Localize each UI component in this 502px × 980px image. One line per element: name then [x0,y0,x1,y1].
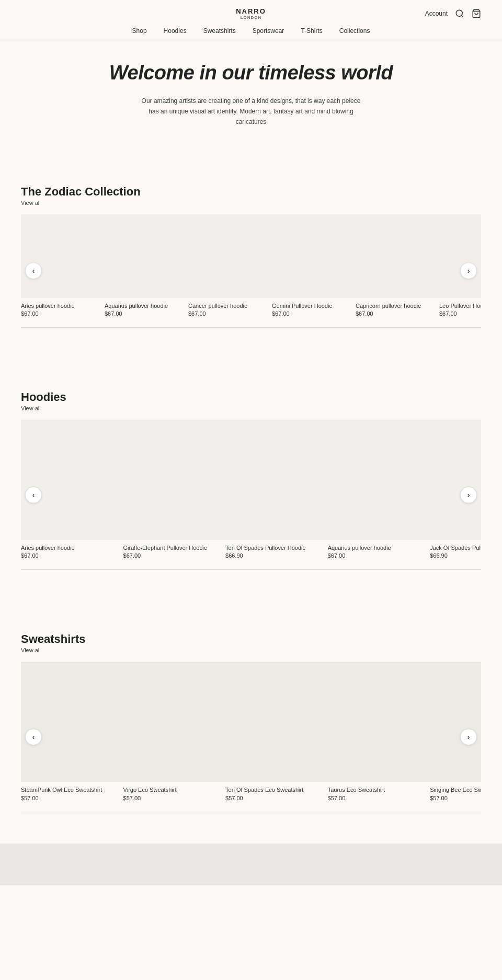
hoodies-header: Hoodies View all [21,390,481,411]
product-image [21,662,123,782]
search-button[interactable] [455,9,464,18]
nav-sweatshirts[interactable]: Sweatshirts [203,27,236,34]
chevron-left-icon: ‹ [32,491,35,499]
footer [0,844,502,885]
zodiac-track: Aries pullover hoodie $67.00 Aquarius pu… [21,214,481,317]
svg-line-1 [461,15,463,17]
sweatshirts-carousel: ‹ SteamPunk Owl Eco Sweatshirt $57.00 Vi… [21,662,481,812]
product-price: $57.00 [123,795,226,801]
product-image [356,214,439,298]
product-price: $67.00 [21,310,105,317]
product-image [225,420,328,540]
sweatshirts-section: Sweatshirts View all ‹ SteamPunk Owl Eco… [0,632,502,812]
product-price: $67.00 [21,552,123,559]
product-name: Gemini Pullover Hoodie [272,302,356,309]
logo: NARRO LONDON [236,7,266,20]
product-name: Capricorn pullover hoodie [356,302,439,309]
nav-tshirts[interactable]: T-Shirts [301,27,322,34]
hoodies-product-3: Ten Of Spades Pullover Hoodie $66.90 [225,420,328,559]
product-price: $57.00 [21,795,123,801]
product-image [123,420,226,540]
product-price: $67.00 [439,310,481,317]
sweatshirts-track: SteamPunk Owl Eco Sweatshirt $57.00 Virg… [21,662,481,801]
product-image [21,420,123,540]
product-price: $67.00 [188,310,272,317]
product-price: $67.00 [328,552,430,559]
product-name: Aquarius pullover hoodie [105,302,188,309]
nav-collections[interactable]: Collections [339,27,370,34]
product-image [272,214,356,298]
sweatshirts-product-3: Ten Of Spades Eco Sweatshirt $57.00 [225,662,328,801]
zodiac-view-all[interactable]: View all [21,200,481,206]
product-name: Aries pullover hoodie [21,302,105,309]
chevron-left-icon: ‹ [32,267,35,275]
hoodies-track: Aries pullover hoodie $67.00 Giraffe-Ele… [21,420,481,559]
product-name: Ten Of Spades Eco Sweatshirt [225,786,328,793]
hoodies-view-all[interactable]: View all [21,405,481,411]
product-image [21,214,105,298]
account-link[interactable]: Account [425,10,448,17]
product-name: Ten Of Spades Pullover Hoodie [225,544,328,551]
product-image [105,214,188,298]
brand-name: NARRO [236,7,266,15]
hoodies-next-button[interactable]: › [460,487,477,503]
product-name: SteamPunk Owl Eco Sweatshirt [21,786,123,793]
product-price: $57.00 [430,795,481,801]
hero-description: Our amazing artists are creating one of … [136,96,366,128]
hoodies-divider [21,569,481,570]
sweatshirts-title: Sweatshirts [21,632,481,646]
chevron-right-icon: › [467,267,470,275]
svg-point-0 [456,10,462,16]
product-price: $66.90 [225,552,328,559]
search-icon [455,9,464,18]
product-price: $57.00 [328,795,430,801]
hero-section: Welcome in our timeless world Our amazin… [0,40,502,154]
zodiac-prev-button[interactable]: ‹ [25,262,42,279]
nav-sportswear[interactable]: Sportswear [253,27,284,34]
sweatshirts-product-4: Taurus Eco Sweatshirt $57.00 [328,662,430,801]
zodiac-carousel: ‹ Aries pullover hoodie $67.00 Aquarius … [21,214,481,328]
chevron-right-icon: › [467,491,470,499]
main-nav: Shop Hoodies Sweatshirts Sportswear T-Sh… [21,23,481,40]
hoodies-product-2: Giraffe-Elephant Pullover Hoodie $67.00 [123,420,226,559]
brand-sub: LONDON [236,15,266,20]
product-image [328,662,430,782]
zodiac-header: The Zodiac Collection View all [21,185,481,206]
chevron-right-icon: › [467,733,470,741]
sweatshirts-next-button[interactable]: › [460,729,477,745]
product-name: Leo Pullover Hoodie [439,302,481,309]
product-price: $67.00 [272,310,356,317]
sweatshirts-divider [21,812,481,812]
zodiac-product-2: Aquarius pullover hoodie $67.00 [105,214,188,317]
hoodies-prev-button[interactable]: ‹ [25,487,42,503]
hoodies-carousel: ‹ Aries pullover hoodie $67.00 Giraffe-E… [21,420,481,570]
product-image [430,420,481,540]
product-price: $66.90 [430,552,481,559]
hoodies-product-4: Aquarius pullover hoodie $67.00 [328,420,430,559]
header: NARRO LONDON Account Shop Hoodies Sweats… [0,0,502,40]
zodiac-product-3: Cancer pullover hoodie $67.00 [188,214,272,317]
product-price: $67.00 [123,552,226,559]
cart-button[interactable] [472,9,481,18]
nav-hoodies[interactable]: Hoodies [164,27,187,34]
product-price: $57.00 [225,795,328,801]
header-top: NARRO LONDON Account [21,0,481,23]
hero-title: Welcome in our timeless world [63,61,439,85]
zodiac-section: The Zodiac Collection View all ‹ Aries p… [0,185,502,328]
product-image [439,214,481,298]
product-name: Cancer pullover hoodie [188,302,272,309]
product-name: Taurus Eco Sweatshirt [328,786,430,793]
product-name: Aries pullover hoodie [21,544,123,551]
zodiac-next-button[interactable]: › [460,262,477,279]
product-image [123,662,226,782]
nav-shop[interactable]: Shop [132,27,147,34]
sweatshirts-view-all[interactable]: View all [21,647,481,653]
header-icons: Account [425,9,481,18]
sweatshirts-prev-button[interactable]: ‹ [25,729,42,745]
cart-icon [472,9,481,18]
product-image [430,662,481,782]
zodiac-product-5: Capricorn pullover hoodie $67.00 [356,214,439,317]
product-name: Virgo Eco Sweatshirt [123,786,226,793]
sweatshirts-product-2: Virgo Eco Sweatshirt $57.00 [123,662,226,801]
product-image [225,662,328,782]
